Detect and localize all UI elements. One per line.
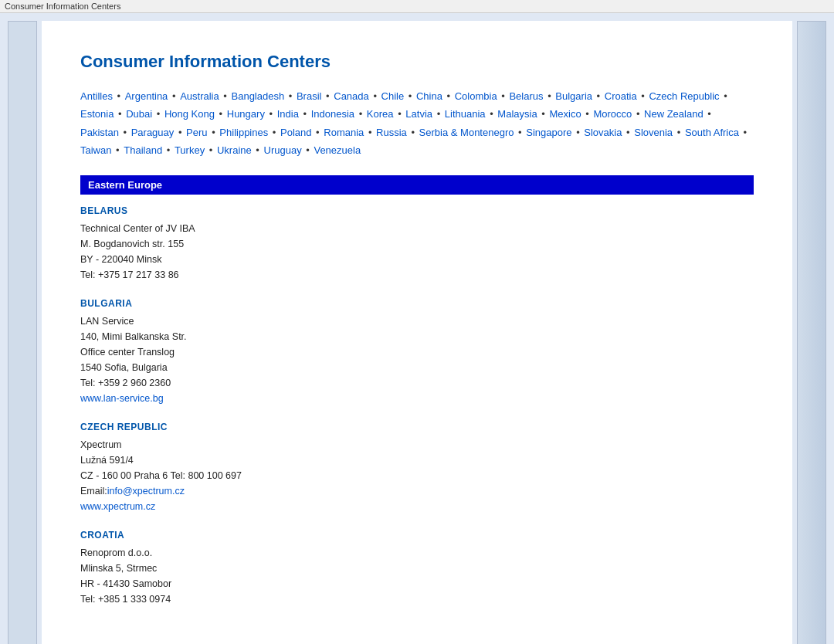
link-separator: • — [444, 90, 453, 102]
country-link[interactable]: Slovakia — [584, 127, 622, 138]
link-separator: • — [323, 90, 332, 102]
country-link[interactable]: Latvia — [405, 108, 432, 120]
country-link[interactable]: Singapore — [526, 127, 571, 138]
country-link[interactable]: Ukraine — [217, 144, 252, 156]
countries-container: BELARUSTechnical Center of JV IBAM. Bogd… — [80, 205, 754, 607]
title-bar-text: Consumer Information Centers — [5, 2, 120, 11]
country-link[interactable]: Canada — [334, 90, 369, 102]
country-link[interactable]: Philippines — [219, 127, 268, 138]
country-detail-line: Tel: +359 2 960 2360 — [80, 375, 754, 391]
country-detail-line: Tel: +375 17 217 33 86 — [80, 267, 754, 283]
section-header: Eastern Europe — [80, 175, 754, 195]
country-website-link[interactable]: www.lan-service.bg — [80, 393, 164, 404]
country-detail-line: Email:info@xpectrum.cz — [80, 483, 754, 499]
link-separator: • — [253, 144, 263, 156]
country-link[interactable]: Bangladesh — [232, 90, 285, 102]
country-link[interactable]: South Africa — [685, 127, 739, 138]
country-link[interactable]: Mexico — [549, 108, 581, 120]
country-link[interactable]: Taiwan — [80, 144, 111, 156]
country-link[interactable]: Australia — [180, 90, 219, 102]
link-separator: • — [266, 108, 276, 120]
country-detail-line: LAN Service — [80, 314, 754, 329]
country-link[interactable]: Russia — [376, 127, 407, 138]
country-detail-line: Xpectrum — [80, 437, 754, 452]
link-separator: • — [545, 90, 554, 102]
country-link[interactable]: Korea — [367, 108, 394, 120]
link-separator: • — [169, 90, 178, 102]
title-bar: Consumer Information Centers — [0, 0, 834, 13]
link-separator: • — [405, 90, 415, 102]
country-link[interactable]: Serbia & Montenegro — [419, 127, 514, 138]
country-link[interactable]: Paraguay — [131, 127, 175, 138]
country-link[interactable]: Hong Kong — [164, 108, 215, 120]
link-separator: • — [705, 108, 711, 120]
country-link[interactable]: New Zealand — [644, 108, 703, 120]
country-link[interactable]: Uruguay — [264, 144, 302, 156]
country-link[interactable]: Colombia — [455, 90, 497, 102]
country-link[interactable]: Pakistan — [80, 127, 119, 138]
country-section: BELARUSTechnical Center of JV IBAM. Bogd… — [80, 205, 754, 283]
links-section: Antilles • Argentina • Australia • Bangl… — [80, 87, 754, 160]
country-link[interactable]: China — [416, 90, 442, 102]
country-website-link[interactable]: www.xpectrum.cz — [80, 501, 155, 512]
country-link[interactable]: Dubai — [126, 108, 152, 120]
link-separator: • — [499, 90, 508, 102]
country-details: Renoprom d.o.o.Mlinska 5, StrmecHR - 414… — [80, 545, 754, 607]
country-link[interactable]: Morocco — [593, 108, 632, 120]
link-separator: • — [164, 144, 173, 156]
country-link[interactable]: Peru — [186, 127, 207, 138]
country-link[interactable]: Indonesia — [311, 108, 354, 120]
link-separator: • — [114, 90, 124, 102]
link-separator: • — [741, 127, 747, 138]
right-sidebar — [797, 21, 826, 644]
country-detail-line: M. Bogdanovich str. 155 — [80, 236, 754, 252]
country-section: CROATIARenoprom d.o.o.Mlinska 5, StrmecH… — [80, 530, 754, 607]
country-link[interactable]: Estonia — [80, 108, 114, 120]
country-detail-line: Office center Translog — [80, 344, 754, 360]
link-separator: • — [303, 144, 313, 156]
country-link[interactable]: India — [277, 108, 299, 120]
country-link[interactable]: Belarus — [509, 90, 543, 102]
link-separator: • — [639, 90, 648, 102]
country-link[interactable]: Lithuania — [445, 108, 486, 120]
country-link[interactable]: Thailand — [124, 144, 162, 156]
country-detail-line: 140, Mimi Balkanska Str. — [80, 329, 754, 344]
link-separator: • — [113, 144, 122, 156]
link-separator: • — [721, 90, 727, 102]
link-separator: • — [206, 144, 215, 156]
country-name: CROATIA — [80, 530, 754, 541]
country-link[interactable]: Brasil — [297, 90, 322, 102]
country-link[interactable]: Turkey — [175, 144, 205, 156]
country-link[interactable]: Chile — [381, 90, 405, 102]
link-separator: • — [371, 90, 380, 102]
country-detail-line: www.lan-service.bg — [80, 391, 754, 406]
link-separator: • — [115, 108, 124, 120]
link-separator: • — [633, 108, 642, 120]
country-detail-line: www.xpectrum.cz — [80, 499, 754, 514]
country-name: BELARUS — [80, 205, 754, 216]
country-link[interactable]: Argentina — [125, 90, 168, 102]
link-separator: • — [515, 127, 524, 138]
country-link[interactable]: Antilles — [80, 90, 113, 102]
country-name: CZECH REPUBLIC — [80, 422, 754, 432]
left-sidebar — [8, 21, 37, 644]
link-separator: • — [300, 108, 310, 120]
country-link[interactable]: Malaysia — [497, 108, 537, 120]
country-link[interactable]: Poland — [280, 127, 311, 138]
country-section: CZECH REPUBLICXpectrumLužná 591/4CZ - 16… — [80, 422, 754, 514]
main-content: Consumer Information Centers Antilles • … — [42, 21, 792, 644]
country-link[interactable]: Czech Republic — [649, 90, 719, 102]
country-link[interactable]: Bulgaria — [555, 90, 592, 102]
country-link[interactable]: Venezuela — [314, 144, 361, 156]
country-detail-line: BY - 220040 Minsk — [80, 252, 754, 267]
link-separator: • — [574, 127, 583, 138]
country-link[interactable]: Hungary — [227, 108, 265, 120]
link-separator: • — [539, 108, 548, 120]
country-link[interactable]: Croatia — [605, 90, 637, 102]
link-separator: • — [154, 108, 163, 120]
country-link[interactable]: Romania — [324, 127, 364, 138]
link-separator: • — [356, 108, 365, 120]
country-link[interactable]: Slovenia — [634, 127, 673, 138]
country-email-link[interactable]: info@xpectrum.cz — [107, 486, 185, 497]
link-separator: • — [313, 127, 322, 138]
